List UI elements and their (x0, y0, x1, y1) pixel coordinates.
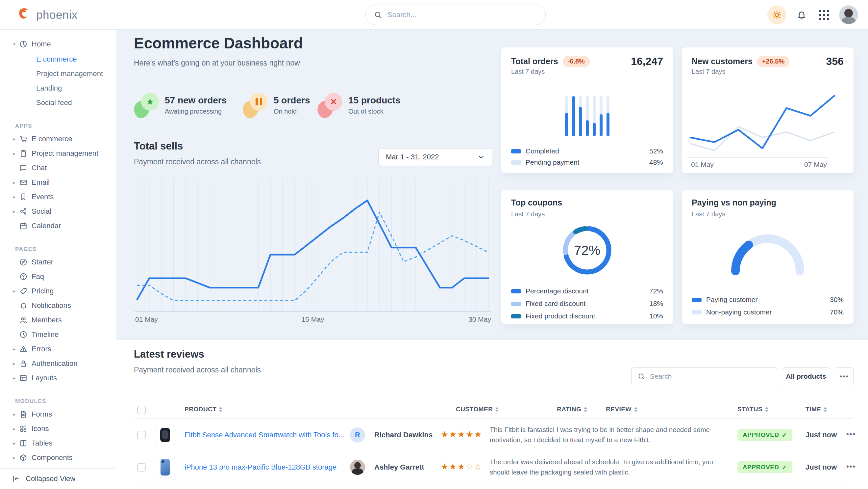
bell-icon (796, 9, 807, 20)
sidebar-item-social[interactable]: ▸ Social (0, 204, 116, 219)
caret-down-icon: ▾ (13, 41, 16, 47)
review-table-row: iPhone 13 pro max-Pacific Blue-128GB sto… (134, 451, 853, 483)
column-header-status[interactable]: STATUS (737, 406, 768, 413)
customer-name: Richard Dawkins (374, 431, 433, 439)
select-all-checkbox[interactable] (137, 406, 146, 414)
date-range-select[interactable]: Mar 1 - 31, 2022 (378, 148, 492, 166)
row-checkbox[interactable] (137, 431, 146, 439)
legend-swatch-fixed-product (511, 314, 521, 318)
order-bar (579, 96, 582, 136)
card-period: Last 7 days (511, 68, 545, 76)
sidebar-item-project-management[interactable]: Project management (0, 66, 116, 81)
legend-label: Non-paying customer (706, 308, 772, 316)
legend-value: 52% (649, 147, 663, 155)
user-avatar[interactable] (839, 5, 858, 24)
sidebar-item-starter[interactable]: Starter (0, 255, 116, 269)
chart-axis-divider (686, 157, 829, 158)
stat-on-hold: 5 orders On hold (243, 92, 310, 118)
clipboard-icon (19, 149, 28, 158)
sidebar-item-chat[interactable]: Chat (0, 161, 116, 175)
customer-avatar[interactable]: R (350, 427, 365, 442)
caret-right-icon: ▸ (13, 288, 16, 294)
customer-avatar[interactable] (350, 460, 365, 475)
new-customers-chart (686, 79, 839, 165)
reviews-search[interactable] (631, 368, 777, 385)
sidebar-item-notifications[interactable]: Notifications (0, 298, 116, 313)
latest-reviews-section: Latest reviews Payment received across a… (116, 340, 868, 489)
search-input[interactable] (387, 10, 537, 20)
legend-label: Completed (526, 147, 559, 155)
sidebar-item-errors[interactable]: ▸ Errors (0, 342, 116, 356)
status-badge: APPROVED ✓ (737, 461, 792, 473)
reviews-search-input[interactable] (649, 372, 771, 381)
apps-menu-button[interactable] (817, 7, 831, 22)
column-header-rating[interactable]: RATING (557, 406, 587, 413)
column-header-customer[interactable]: CUSTOMER (456, 406, 499, 413)
pie-chart-icon (19, 40, 28, 49)
sidebar-item-pricing[interactable]: ▸ Pricing (0, 284, 116, 298)
sidebar-item-events[interactable]: ▸ Events (0, 190, 116, 204)
sidebar-item-home[interactable]: ▾ Home (0, 36, 116, 52)
theme-toggle-button[interactable] (767, 5, 786, 24)
card-title: Top coupons (511, 198, 562, 207)
reviews-subtitle: Payment received across all channels (134, 366, 261, 374)
review-time: Just now (806, 463, 837, 471)
product-thumbnail[interactable] (155, 457, 175, 478)
sidebar-item-forms[interactable]: ▸ Forms (0, 407, 116, 422)
card-title: New customers (692, 57, 752, 66)
sidebar-item-project-management[interactable]: ▸ Project management (0, 146, 116, 161)
legend-row: Non-paying customer 70% (692, 307, 844, 317)
sidebar-item-landing[interactable]: Landing (0, 81, 116, 95)
legend-row: Pending payment 48% (511, 157, 663, 167)
calendar-icon (19, 222, 28, 230)
sidebar-item-components[interactable]: ▸ Components (0, 451, 116, 465)
sidebar-item-faq[interactable]: Faq (0, 269, 116, 284)
product-thumbnail[interactable] (155, 425, 175, 445)
reviews-more-button[interactable]: ••• (835, 368, 854, 385)
search-icon (638, 372, 645, 380)
legend-swatch-pending (511, 161, 521, 165)
legend-value: 48% (649, 159, 663, 166)
review-table-row: Fitbit Sense Advanced Smartwatch with To… (134, 419, 853, 451)
sidebar-item-e-commerce[interactable]: E commerce (0, 52, 116, 66)
global-search[interactable] (365, 5, 546, 25)
legend-row: Paying customer 30% (692, 295, 844, 305)
order-bar (599, 96, 602, 136)
sidebar-item-members[interactable]: Members (0, 313, 116, 327)
column-header-time[interactable]: TIME (806, 406, 827, 413)
column-header-review[interactable]: REVIEW (606, 406, 638, 413)
tag-icon (19, 287, 28, 295)
grid-icon (19, 425, 28, 433)
sidebar-item-email[interactable]: ▸ Email (0, 175, 116, 190)
sidebar-item-social-feed[interactable]: Social feed (0, 95, 116, 110)
stat-out-of-stock: × 15 products Out of stock (317, 92, 401, 118)
caret-right-icon: ▸ (13, 426, 16, 431)
customer-name: Ashley Garrett (374, 463, 424, 471)
all-products-button[interactable]: All products (782, 368, 830, 385)
legend-value: 30% (830, 296, 844, 304)
mail-icon (19, 178, 28, 187)
collapsed-view-toggle[interactable]: Collapsed View (0, 468, 116, 489)
rating-stars: ★★★★★ (441, 429, 483, 440)
product-link[interactable]: iPhone 13 pro max-Pacific Blue-128GB sto… (185, 463, 337, 471)
row-checkbox[interactable] (137, 463, 146, 471)
sidebar-item-calendar[interactable]: Calendar (0, 219, 116, 233)
product-link[interactable]: Fitbit Sense Advanced Smartwatch with To… (185, 431, 344, 439)
sidebar-item-e-commerce[interactable]: ▸ E commerce (0, 132, 116, 146)
caret-right-icon: ▸ (13, 440, 16, 446)
caret-right-icon: ▸ (13, 151, 16, 156)
brand-logo[interactable]: phoenix (17, 0, 78, 30)
sidebar-item-tables[interactable]: ▸ Tables (0, 436, 116, 451)
sidebar-item-authentication[interactable]: ▸ Authentication (0, 356, 116, 371)
notifications-button[interactable] (794, 7, 809, 22)
sidebar-item-icons[interactable]: ▸ Icons (0, 422, 116, 436)
sidebar-item-timeline[interactable]: Timeline (0, 327, 116, 342)
sidebar-item-layouts[interactable]: ▸ Layouts (0, 371, 116, 385)
caret-right-icon: ▸ (13, 412, 16, 417)
card-title: Total orders (511, 57, 558, 66)
column-header-product[interactable]: PRODUCT (185, 406, 222, 413)
users-icon (19, 316, 28, 324)
review-table-row (134, 483, 853, 489)
row-menu-button[interactable]: ••• (846, 430, 856, 439)
row-menu-button[interactable]: ••• (846, 462, 856, 471)
